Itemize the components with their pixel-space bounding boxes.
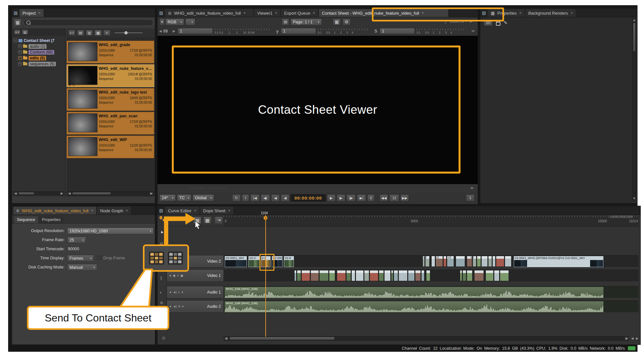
close-icon[interactable]: × [275,11,277,15]
tab-sequence[interactable]: ≣ WHG_edit_nuke_feature_video_full × [13,207,96,215]
scrollbar-thumb[interactable] [633,22,636,52]
contact-sheet-options-button[interactable]: ▩ [203,216,211,224]
timeline-mini-clip[interactable] [443,256,447,267]
clip-icon[interactable]: ▤ [282,19,289,25]
timeline-mini-clip[interactable] [310,270,319,281]
tab-node-graph[interactable]: Node Graph × [97,207,131,215]
properties-vertical-scrollbar[interactable]: ▲ ▼ [632,18,636,200]
gamma-slider[interactable]: 1 [281,28,316,34]
fps-step-value[interactable]: 12 [389,194,399,202]
scroll-right-icon[interactable]: ▶ [60,192,64,195]
expand-icon[interactable]: + [18,45,22,48]
send-to-contact-sheet-button[interactable]: ▦ [193,216,201,224]
lock-icon[interactable] [496,22,500,26]
loop-button[interactable]: ↻ [232,194,241,202]
frame-mode-button[interactable]: I [242,194,249,202]
timeline-mini-clip[interactable] [494,270,499,281]
clip-row[interactable]: WHG_edit_grade 1920x10801710f @25FPS Seq… [67,41,154,63]
subtab-sequence[interactable]: Sequence [14,216,38,223]
play-button[interactable]: ▶ [327,194,335,202]
track-header-audio1[interactable]: ●◄) L▾ Audio 1 [167,286,224,298]
timeline-mini-clip[interactable] [474,270,484,281]
prev-edit-button[interactable]: ◀| [261,194,270,202]
timeline-clip[interactable]: V2-C [248,256,260,267]
drop-frame-checkbox[interactable] [97,256,101,260]
timeline-mini-clip[interactable] [477,256,481,267]
viewer-canvas[interactable]: Contact Sheet Viewer [158,36,478,184]
search-input[interactable] [23,19,153,26]
tab-viewer1[interactable]: Viewer1 × [254,9,280,17]
fps-select[interactable]: 24*▾ [159,194,176,201]
scroll-right-icon[interactable]: ▶ [149,192,153,195]
razor-tool-icon[interactable]: ∥ [160,276,162,280]
page-stepper[interactable]: Page: 1 / 1 ▲▼ [291,19,322,25]
close-icon[interactable]: × [194,208,196,213]
tab-curve-editor[interactable]: Curve Editor × [165,207,199,215]
audio-clip[interactable]: WHG_Edit (WHG_Edit) [224,287,604,298]
timeline-mini-clip[interactable] [500,270,509,281]
saturation-slider[interactable]: 1 [380,28,415,34]
channel-prev-icon[interactable]: ▾ [159,19,165,25]
scroll-left-icon[interactable]: ◀ [68,192,71,195]
list-horizontal-scrollbar[interactable]: ◀ ▶ [67,191,154,195]
audio1-lane[interactable]: WHG_Edit (WHG_Edit) [224,286,638,298]
channel-select[interactable]: RGB▾ [165,19,184,25]
timeline-zoom-knob[interactable] [161,336,166,341]
tab-sequence-viewer[interactable]: ⊙ WHG_edit_nuke_feature_video_full × [165,9,253,17]
scrollbar-thumb[interactable] [18,192,34,195]
sort-az-icon[interactable]: a z [68,30,75,36]
expand-icon[interactable]: + [18,62,22,66]
tab-dope-sheet[interactable]: Dope Sheet × [200,207,234,215]
scroll-down-icon[interactable]: ▼ [633,197,636,200]
bin-view-toggle-button[interactable]: ▦ [14,19,21,26]
sort-az-icon[interactable]: a z [14,30,20,35]
tab-properties[interactable]: ▦ Properties × [488,9,524,17]
tree-horizontal-scrollbar[interactable]: ◀ ▶ [13,191,64,195]
timeline-mini-clip[interactable] [297,270,301,281]
close-icon[interactable]: × [519,11,522,15]
arrow-right-icon[interactable]: ▶ [173,29,175,33]
timeline-mini-clip[interactable] [394,270,398,281]
zoom-select[interactable]: zoom in ▾ ≫ [450,19,473,24]
thumbnail-view-icon[interactable]: ▦ [95,30,102,36]
video1-lane[interactable] [224,269,638,282]
subtab-properties[interactable]: Properties [39,216,63,223]
spinner-icons[interactable]: ▲▼ [318,20,320,24]
layer-select[interactable]: ▾ [185,19,195,25]
scroll-left-icon[interactable]: ◀ [224,336,228,340]
timeline-mini-clip[interactable] [462,270,466,281]
close-icon[interactable]: × [228,208,230,213]
tree-item-audio[interactable]: + audio (1) [18,44,65,49]
scroll-right-icon[interactable]: ▶ [635,336,639,341]
slider-handle[interactable] [124,31,128,34]
filter-icon[interactable]: ▤ [22,30,28,35]
fps-down-button[interactable]: ◀◀ [380,194,388,202]
solo-icon[interactable]: ▣ [181,274,183,277]
timeline-mini-clip[interactable] [364,270,369,281]
range-select[interactable]: Global▾ [193,194,214,201]
timeline-mini-clip[interactable] [431,256,435,267]
tab-background-renders[interactable]: Background Renders × [525,9,576,17]
frame-rate-select[interactable]: 25▾ [67,237,86,243]
speaker-icon[interactable]: ◄) [173,291,177,294]
contact-sheet-shuffle-icon[interactable] [168,252,183,265]
disk-caching-select[interactable]: Manual▾ [67,264,97,271]
chevron-down-icon[interactable]: ▾ [182,291,183,294]
expand-icon[interactable]: + [18,50,22,54]
timeline-mini-clip[interactable] [456,256,465,267]
timeline-mini-clip[interactable] [492,256,496,267]
contact-sheet-icon[interactable] [149,252,164,265]
speaker-icon[interactable]: ◄) [173,305,177,308]
audio2-lane[interactable]: WHG_Edit (WHG_Edit) [224,300,638,313]
timeline-mini-clip[interactable] [329,270,335,281]
close-icon[interactable]: × [571,11,573,15]
timeline-mini-clip[interactable] [486,270,494,281]
collapse-icon[interactable]: − [14,39,17,42]
playhead[interactable] [265,215,266,337]
next-edit-button[interactable]: |▶ [347,194,356,202]
timeline-clip-long[interactable]: V2-0021_WHG.[007662-010013]/V2 (V2-0021_… [513,256,604,267]
scroll-right-icon[interactable]: ▶ [625,336,629,340]
lock-icon[interactable]: ● [170,305,171,308]
close-icon[interactable]: × [91,208,93,213]
timeline-mini-clip[interactable] [398,270,408,281]
